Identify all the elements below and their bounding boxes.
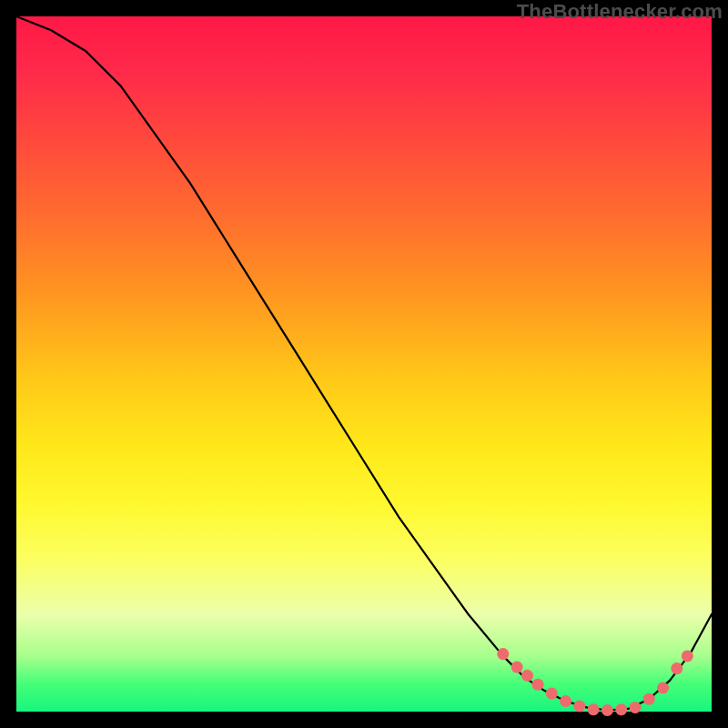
sweet-spot-dot xyxy=(671,662,682,674)
sweet-spot-dot xyxy=(521,670,533,682)
bottleneck-curve xyxy=(16,16,712,711)
sweet-spot-dots xyxy=(497,648,693,716)
sweet-spot-dot xyxy=(615,703,627,715)
sweet-spot-dot xyxy=(511,662,523,673)
sweet-spot-dot xyxy=(630,702,642,713)
sweet-spot-dot xyxy=(643,693,655,705)
chart-overlay xyxy=(16,16,712,712)
sweet-spot-dot xyxy=(532,679,544,691)
sweet-spot-dot xyxy=(497,648,509,660)
sweet-spot-dot xyxy=(682,650,693,662)
stage: TheBottlenecker.com xyxy=(0,0,728,728)
sweet-spot-dot xyxy=(560,695,571,707)
sweet-spot-dot xyxy=(602,704,613,716)
sweet-spot-dot xyxy=(573,700,585,712)
sweet-spot-dot xyxy=(546,688,558,700)
sweet-spot-dot xyxy=(657,682,669,694)
sweet-spot-dot xyxy=(588,703,600,715)
